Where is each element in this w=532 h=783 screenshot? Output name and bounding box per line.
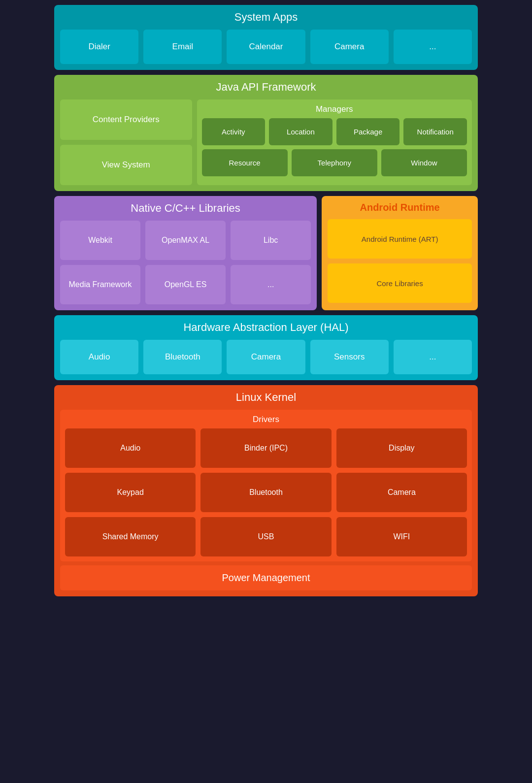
java-api-layer: Java API Framework Content ProvidersView… <box>54 75 478 191</box>
system-apps-card: Camera <box>310 30 389 64</box>
linux-kernel-layer: Linux Kernel Drivers AudioBinder (IPC)Di… <box>54 385 478 596</box>
java-api-content: Content ProvidersView System Managers Ac… <box>60 99 472 185</box>
driver-card: Binder (IPC) <box>200 428 331 468</box>
native-libs-title: Native C/C++ Libraries <box>60 202 311 215</box>
driver-card: Camera <box>336 473 467 512</box>
native-lib-card: OpenGL ES <box>145 265 226 304</box>
android-runtime-title: Android Runtime <box>328 202 472 213</box>
driver-card: Shared Memory <box>65 517 196 556</box>
managers-row2: ResourceTelephonyWindow <box>202 149 467 176</box>
system-apps-card: Calendar <box>227 30 305 64</box>
hal-card: Bluetooth <box>143 340 222 374</box>
managers-row1: ActivityLocationPackageNotification <box>202 118 467 145</box>
manager-card: Resource <box>202 149 288 176</box>
native-lib-card: Webkit <box>60 221 140 260</box>
managers-title: Managers <box>202 104 467 114</box>
native-lib-card: OpenMAX AL <box>145 221 226 260</box>
driver-cards: AudioBinder (IPC)DisplayKeypadBluetoothC… <box>65 428 467 556</box>
driver-card: Bluetooth <box>200 473 331 512</box>
native-libs-cards: WebkitOpenMAX ALLibcMedia FrameworkOpenG… <box>60 221 311 304</box>
manager-card: Telephony <box>292 149 377 176</box>
drivers-box: Drivers AudioBinder (IPC)DisplayKeypadBl… <box>60 410 472 561</box>
system-apps-card: Dialer <box>60 30 138 64</box>
driver-card: USB <box>200 517 331 556</box>
system-apps-card: ... <box>394 30 472 64</box>
java-api-left-card: Content Providers <box>60 99 192 140</box>
driver-card: Audio <box>65 428 196 468</box>
android-runtime-cards: Android Runtime (ART)Core Libraries <box>328 219 472 303</box>
hal-card: Audio <box>60 340 138 374</box>
middle-row: Native C/C++ Libraries WebkitOpenMAX ALL… <box>54 196 478 310</box>
native-lib-card: ... <box>231 265 311 304</box>
hal-card: Camera <box>227 340 305 374</box>
hal-layer: Hardware Abstraction Layer (HAL) AudioBl… <box>54 315 478 380</box>
manager-card: Activity <box>202 118 266 145</box>
driver-card: Display <box>336 428 467 468</box>
native-libs-layer: Native C/C++ Libraries WebkitOpenMAX ALL… <box>54 196 317 310</box>
system-apps-card: Email <box>143 30 222 64</box>
android-runtime-card: Android Runtime (ART) <box>328 219 472 259</box>
manager-card: Window <box>381 149 467 176</box>
manager-card: Package <box>336 118 400 145</box>
hal-card: ... <box>394 340 472 374</box>
hal-card: Sensors <box>310 340 389 374</box>
android-runtime-layer: Android Runtime Android Runtime (ART)Cor… <box>322 196 478 310</box>
linux-kernel-title: Linux Kernel <box>60 391 472 404</box>
driver-card: WIFI <box>336 517 467 556</box>
manager-card: Location <box>269 118 332 145</box>
hal-title: Hardware Abstraction Layer (HAL) <box>60 321 472 334</box>
driver-card: Keypad <box>65 473 196 512</box>
system-apps-cards: DialerEmailCalendarCamera... <box>60 30 472 64</box>
android-runtime-card: Core Libraries <box>328 263 472 303</box>
power-management: Power Management <box>60 565 472 590</box>
system-apps-layer: System Apps DialerEmailCalendarCamera... <box>54 5 478 70</box>
native-lib-card: Media Framework <box>60 265 140 304</box>
drivers-title: Drivers <box>65 415 467 424</box>
java-api-left-card: View System <box>60 145 192 185</box>
java-api-title: Java API Framework <box>60 81 472 94</box>
hal-cards: AudioBluetoothCameraSensors... <box>60 340 472 374</box>
system-apps-title: System Apps <box>60 11 472 24</box>
java-api-left: Content ProvidersView System <box>60 99 192 185</box>
java-api-managers: Managers ActivityLocationPackageNotifica… <box>197 99 472 185</box>
manager-card: Notification <box>403 118 467 145</box>
native-lib-card: Libc <box>231 221 311 260</box>
